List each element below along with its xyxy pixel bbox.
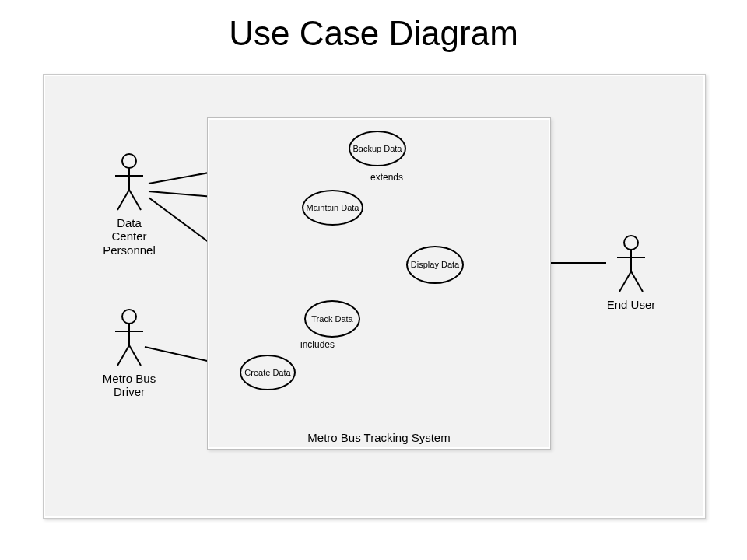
- system-boundary-label: Metro Bus Tracking System: [208, 431, 550, 444]
- svg-line-12: [117, 190, 129, 210]
- actor-metro-driver: Metro Bus Driver: [102, 308, 156, 399]
- system-boundary: Metro Bus Tracking System: [207, 117, 551, 450]
- svg-point-9: [122, 154, 136, 168]
- svg-line-18: [129, 345, 141, 366]
- person-icon: [111, 308, 147, 369]
- relationship-extends-label: extends: [370, 172, 403, 183]
- svg-line-23: [631, 271, 643, 292]
- diagram-title: Use Case Diagram: [0, 14, 747, 53]
- actor-label: Data Center Personnel: [102, 216, 156, 257]
- use-case-track: Track Data: [304, 300, 360, 338]
- actor-label: End User: [604, 298, 658, 311]
- person-icon: [613, 234, 649, 295]
- diagram-frame: Metro Bus Tracking System Backup Data Ma…: [43, 74, 706, 519]
- use-case-backup: Backup Data: [349, 131, 406, 166]
- actor-end-user: End User: [604, 234, 658, 311]
- svg-point-14: [122, 310, 136, 324]
- actor-label: Metro Bus Driver: [102, 372, 156, 399]
- relationship-includes-label: includes: [300, 339, 335, 350]
- svg-point-19: [624, 236, 638, 250]
- person-icon: [111, 152, 147, 213]
- svg-line-22: [619, 271, 631, 292]
- use-case-display: Display Data: [406, 246, 464, 284]
- use-case-create: Create Data: [240, 355, 296, 390]
- svg-line-17: [117, 345, 129, 366]
- actor-data-center: Data Center Personnel: [102, 152, 156, 257]
- use-case-maintain: Maintain Data: [302, 190, 363, 226]
- svg-line-13: [129, 190, 141, 210]
